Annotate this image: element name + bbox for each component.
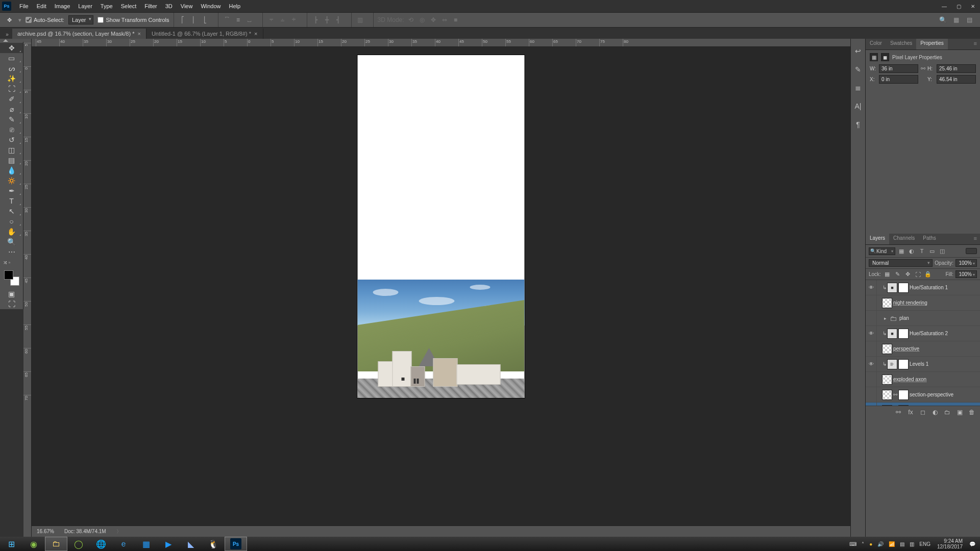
layer-thumbnail[interactable] bbox=[882, 298, 892, 308]
tray-app-icon[interactable]: ▤ bbox=[898, 541, 906, 547]
language-indicator[interactable]: ENG bbox=[918, 541, 932, 547]
taskbar-media-button[interactable]: ▶ bbox=[157, 537, 180, 551]
panel-menu-icon[interactable]: ≡ bbox=[971, 39, 980, 49]
lock-all-icon[interactable]: 🔒 bbox=[924, 270, 932, 278]
group-icon[interactable]: 🗀 bbox=[943, 408, 951, 416]
menu-image[interactable]: Image bbox=[51, 1, 75, 11]
layer-row[interactable]: exploded axon bbox=[866, 372, 980, 387]
filter-adjustment-icon[interactable]: ◐ bbox=[908, 247, 916, 255]
magic-wand-tool[interactable]: ✨ bbox=[0, 73, 23, 84]
close-tab-icon[interactable]: × bbox=[137, 31, 140, 37]
swap-colors-icon[interactable]: ⤭ ▫ bbox=[0, 257, 23, 267]
minimize-button[interactable]: — bbox=[937, 1, 951, 11]
opacity-input[interactable]: 100% bbox=[955, 259, 977, 267]
adjustment-thumbnail[interactable]: ■ bbox=[887, 329, 897, 339]
current-tool-icon[interactable]: ✥ bbox=[4, 15, 14, 25]
visibility-toggle[interactable] bbox=[866, 311, 877, 325]
show-transform-checkbox[interactable]: Show Transform Controls bbox=[97, 17, 169, 23]
link-layers-icon[interactable]: ⚯ bbox=[894, 408, 902, 416]
distribute-hcenter-icon[interactable]: ╋ bbox=[323, 15, 332, 24]
color-swatches[interactable] bbox=[4, 270, 19, 286]
qq-button[interactable]: 🐧 bbox=[202, 537, 225, 551]
layer-row[interactable]: 👁↳⊪Levels 1 bbox=[866, 357, 980, 372]
menu-layer[interactable]: Layer bbox=[74, 1, 96, 11]
lock-image-icon[interactable]: ✎ bbox=[894, 270, 901, 278]
distribute-left-icon[interactable]: ┣ bbox=[311, 15, 321, 24]
layer-name[interactable]: section-perspective bbox=[910, 392, 978, 397]
gradient-tool[interactable]: ▤ bbox=[0, 155, 23, 165]
document-canvas[interactable] bbox=[358, 55, 525, 398]
distribute-top-icon[interactable]: ⫧ bbox=[267, 15, 276, 24]
panel-tab-properties[interactable]: Properties bbox=[916, 39, 948, 49]
blur-tool[interactable]: 💧 bbox=[0, 165, 23, 176]
document-tab-1[interactable]: Untitled-1 @ 66.7% (Layer 1, RGB/8#) *× bbox=[146, 29, 263, 39]
show-transform-input[interactable] bbox=[97, 17, 104, 23]
new-layer-icon[interactable]: ▣ bbox=[955, 408, 964, 416]
photoshop-taskbar-button[interactable]: Ps bbox=[225, 537, 247, 551]
eyedropper-tool[interactable]: ✐ bbox=[0, 94, 23, 104]
layer-name[interactable]: Levels 1 bbox=[910, 361, 978, 367]
brush-tool[interactable]: ✎ bbox=[0, 114, 23, 124]
volume-icon[interactable]: 🔊 bbox=[876, 541, 885, 547]
visibility-toggle[interactable] bbox=[866, 372, 877, 387]
menu-window[interactable]: Window bbox=[197, 1, 225, 11]
taskbar-app-4[interactable]: ◣ bbox=[180, 537, 202, 551]
horizontal-ruler[interactable]: 4540353025201510505101520253035404550556… bbox=[32, 39, 850, 47]
layer-row[interactable]: ▸🗀plan bbox=[866, 311, 980, 326]
menu-3d[interactable]: 3D bbox=[161, 1, 177, 11]
auto-select-checkbox[interactable]: Auto-Select: bbox=[26, 17, 64, 23]
panel-tab-paths[interactable]: Paths bbox=[919, 234, 940, 244]
pen-tool[interactable]: ✒ bbox=[0, 186, 23, 196]
file-explorer-button[interactable]: 🗀 bbox=[45, 537, 67, 551]
lock-transparency-icon[interactable]: ▦ bbox=[884, 270, 891, 278]
orbit-3d-icon[interactable]: ⟲ bbox=[406, 15, 415, 24]
shape-tool[interactable]: ○ bbox=[0, 216, 23, 227]
filter-kind-select[interactable]: Kind bbox=[869, 247, 895, 255]
menu-help[interactable]: Help bbox=[225, 1, 245, 11]
brush-settings-panel-icon[interactable]: ≣ bbox=[853, 83, 863, 93]
fill-input[interactable]: 100% bbox=[955, 270, 977, 278]
maximize-button[interactable]: ▢ bbox=[951, 1, 966, 11]
clock[interactable]: 9:24 AM 12/18/2017 bbox=[934, 538, 966, 549]
history-panel-icon[interactable]: ↩ bbox=[853, 46, 863, 56]
edit-toolbar[interactable]: ⋯ bbox=[0, 247, 23, 257]
visibility-toggle[interactable]: 👁 bbox=[866, 280, 877, 295]
pan-3d-icon[interactable]: ✥ bbox=[429, 15, 438, 24]
layer-row[interactable]: 👁↳■Hue/Saturation 2 bbox=[866, 326, 980, 341]
ie-button[interactable]: ｅ bbox=[112, 537, 135, 551]
layer-mask-icon[interactable]: ◻ bbox=[919, 408, 927, 416]
brush-panel-icon[interactable]: ✎ bbox=[853, 64, 863, 74]
foreground-color[interactable] bbox=[4, 270, 13, 280]
layer-thumbnail[interactable] bbox=[882, 374, 892, 385]
character-panel-icon[interactable]: A| bbox=[853, 101, 863, 111]
search-icon[interactable]: 🔍 bbox=[938, 15, 947, 24]
mask-thumbnail[interactable] bbox=[898, 283, 909, 293]
visibility-toggle[interactable] bbox=[866, 387, 877, 402]
slide-3d-icon[interactable]: ⇔ bbox=[440, 15, 449, 24]
history-brush-tool[interactable]: ↺ bbox=[0, 135, 23, 145]
y-input[interactable] bbox=[937, 75, 976, 84]
layer-row[interactable]: ⚯section-perspective bbox=[866, 387, 980, 403]
distribute-bottom-icon[interactable]: ⫩ bbox=[289, 15, 299, 24]
filter-toggle[interactable] bbox=[966, 248, 977, 254]
adjustment-layer-icon[interactable]: ◐ bbox=[931, 408, 939, 416]
adjustment-thumbnail[interactable]: ■ bbox=[887, 283, 897, 293]
taskbar-app-1[interactable]: ◉ bbox=[22, 537, 45, 551]
panel-tab-layers[interactable]: Layers bbox=[866, 234, 889, 244]
panel-tab-swatches[interactable]: Swatches bbox=[886, 39, 916, 49]
distribute-right-icon[interactable]: ┫ bbox=[334, 15, 343, 24]
lasso-tool[interactable]: ᔕ bbox=[0, 63, 23, 73]
align-bottom-edges-icon[interactable]: ⎵ bbox=[245, 15, 254, 24]
arrange-documents-icon[interactable]: ▦ bbox=[951, 15, 961, 24]
visibility-toggle[interactable]: 👁 bbox=[866, 326, 877, 341]
filter-pixel-icon[interactable]: ▦ bbox=[897, 247, 905, 255]
zoom-level[interactable]: 16.67% bbox=[37, 529, 54, 534]
blend-mode-select[interactable]: Normal bbox=[869, 259, 933, 267]
zoom-3d-icon[interactable]: ■ bbox=[451, 15, 460, 24]
screen-mode-icon[interactable]: ⛶ bbox=[0, 299, 23, 309]
panel-tab-channels[interactable]: Channels bbox=[889, 234, 919, 244]
taskbar-tiles-button[interactable]: ▦ bbox=[135, 537, 157, 551]
doc-info[interactable]: Doc: 38.4M/74.1M bbox=[64, 529, 106, 534]
type-tool[interactable]: T bbox=[0, 196, 23, 206]
twisty-icon[interactable]: ▸ bbox=[882, 316, 888, 321]
